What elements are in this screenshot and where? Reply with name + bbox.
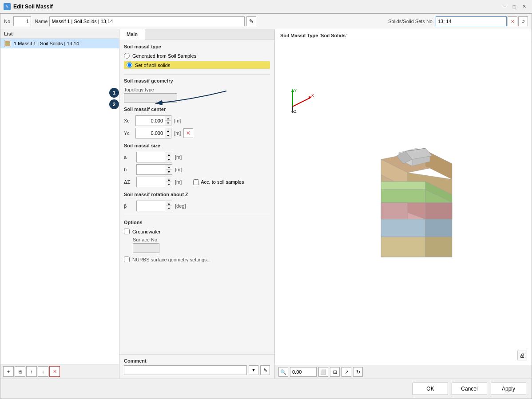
dz-unit: [m]: [175, 179, 182, 185]
solids-field-group: Solids/Solid Sets No. ✕ ↺: [388, 16, 528, 26]
b-input[interactable]: [137, 165, 166, 174]
3d-view: Y X Z: [275, 42, 532, 365]
axis-button[interactable]: ↗: [341, 367, 351, 377]
solids-label: Solids/Solid Sets No.: [388, 19, 434, 24]
add-button[interactable]: +: [3, 366, 14, 377]
list-item-icon: [4, 40, 11, 47]
groundwater-label[interactable]: Groundwater: [132, 229, 161, 234]
list-item[interactable]: 1 Massif 1 | Soil Solids | 13,14: [0, 39, 119, 48]
b-down-arrow[interactable]: ▼: [166, 170, 172, 174]
b-label: b: [124, 167, 134, 172]
no-input[interactable]: [13, 16, 31, 26]
svg-text:Z: Z: [294, 109, 297, 113]
a-arrows: ▲ ▼: [166, 152, 172, 162]
apply-button[interactable]: Apply: [491, 383, 526, 395]
left-panel: List 1 Massif 1 | Soil Solids | 13,14 + …: [0, 29, 119, 379]
a-up-arrow[interactable]: ▲: [166, 152, 172, 157]
copy-button[interactable]: ⎘: [15, 366, 25, 377]
surface-no-label: Surface No.: [133, 237, 270, 242]
rotate-button[interactable]: ↻: [353, 367, 363, 377]
b-up-arrow[interactable]: ▲: [166, 165, 172, 170]
topology-input[interactable]: [124, 93, 177, 103]
minimize-button[interactable]: ─: [500, 2, 509, 11]
comment-action-button[interactable]: ✎: [260, 365, 270, 375]
maximize-button[interactable]: □: [510, 2, 519, 11]
view-button[interactable]: ⬜: [318, 367, 328, 377]
nurbs-checkbox[interactable]: [124, 257, 130, 262]
geometry-section: Soil massif geometry Topology type Soil …: [124, 78, 270, 138]
a-down-arrow[interactable]: ▼: [166, 157, 172, 162]
dz-input[interactable]: [137, 177, 166, 187]
beta-down-arrow[interactable]: ▼: [166, 206, 172, 211]
close-button[interactable]: ✕: [520, 2, 528, 11]
right-panel: Soil Massif Type 'Soil Solids' Y X Z: [275, 29, 532, 379]
b-arrows: ▲ ▼: [166, 165, 172, 174]
delete-button[interactable]: ✕: [49, 366, 60, 377]
a-row: a ▲ ▼ [m]: [124, 152, 270, 162]
surface-no-input[interactable]: [133, 243, 159, 253]
yc-up-arrow[interactable]: ▲: [165, 128, 171, 133]
yc-clear-button[interactable]: ✕: [183, 128, 193, 138]
zoom-button[interactable]: 🔍: [278, 367, 288, 377]
cancel-button[interactable]: Cancel: [452, 383, 487, 395]
solids-input[interactable]: [436, 16, 507, 26]
tabs: Main: [119, 29, 274, 40]
a-label: a: [124, 154, 134, 160]
a-spinbox: ▲ ▼: [136, 152, 172, 162]
radio-set-of-solids: Set of soil solids: [124, 61, 270, 69]
size-label: Soil massif size: [124, 143, 270, 148]
axes-svg: Y X Z: [288, 87, 315, 113]
print-button[interactable]: 🖨: [517, 351, 527, 360]
yc-input[interactable]: [136, 128, 165, 138]
comment-input[interactable]: [124, 365, 247, 375]
svg-text:Y: Y: [294, 88, 297, 93]
name-input[interactable]: [49, 16, 245, 26]
comment-bar: ▼ ✎: [124, 365, 270, 375]
xc-input[interactable]: [136, 116, 165, 126]
beta-input[interactable]: [137, 201, 166, 211]
name-label: Name: [35, 19, 48, 24]
xc-down-arrow[interactable]: ▼: [165, 121, 171, 126]
search-input[interactable]: [290, 367, 317, 377]
yc-label: Yc: [124, 130, 133, 136]
xc-spinbox: ▲ ▼: [135, 115, 171, 126]
b-row: b ▲ ▼ [m]: [124, 164, 270, 175]
a-input[interactable]: [137, 152, 166, 162]
radio-generated-label[interactable]: Generated from Soil Samples: [132, 53, 196, 59]
soil-icon: [5, 41, 10, 46]
soil-3d-svg: [337, 146, 470, 270]
solids-refresh-button[interactable]: ↺: [518, 16, 528, 26]
dz-up-arrow[interactable]: ▲: [166, 177, 172, 182]
svg-marker-20: [381, 190, 425, 203]
acc-checkbox[interactable]: [193, 179, 199, 185]
nurbs-label[interactable]: NURBS surface geometry settings...: [132, 257, 211, 262]
groundwater-checkbox[interactable]: [124, 229, 130, 234]
radio-generated-input[interactable]: [124, 53, 130, 59]
dz-spinbox: ▲ ▼: [136, 177, 172, 187]
svg-marker-19: [381, 182, 425, 190]
svg-marker-30: [381, 219, 425, 237]
yc-row: Yc ▲ ▼ [m] ✕: [124, 128, 270, 138]
xc-up-arrow[interactable]: ▲: [165, 116, 171, 121]
comment-label: Comment: [124, 358, 270, 363]
name-edit-button[interactable]: ✎: [246, 16, 256, 26]
tab-main[interactable]: Main: [119, 29, 145, 40]
soil-massif-type-label: Soil massif type: [124, 44, 270, 49]
move-down-button[interactable]: ↓: [38, 366, 48, 377]
beta-up-arrow[interactable]: ▲: [166, 201, 172, 206]
grid-button[interactable]: ⊞: [330, 367, 340, 377]
yc-spinbox: ▲ ▼: [135, 128, 171, 138]
move-up-button[interactable]: ↑: [26, 366, 37, 377]
radio-set-solids-input[interactable]: [127, 62, 132, 68]
dz-down-arrow[interactable]: ▼: [166, 182, 172, 187]
radio-set-solids-label[interactable]: Set of soil solids: [135, 63, 170, 68]
solids-clear-button[interactable]: ✕: [508, 16, 517, 26]
yc-unit: [m]: [174, 130, 181, 136]
svg-line-6: [293, 98, 310, 107]
comment-dropdown-button[interactable]: ▼: [249, 365, 258, 375]
list-area: 1 Massif 1 | Soil Solids | 13,14: [0, 39, 119, 364]
yc-down-arrow[interactable]: ▼: [165, 133, 171, 138]
ok-button[interactable]: OK: [413, 383, 448, 395]
acc-label[interactable]: Acc. to soil samples: [201, 179, 244, 185]
svg-text:X: X: [311, 93, 314, 98]
